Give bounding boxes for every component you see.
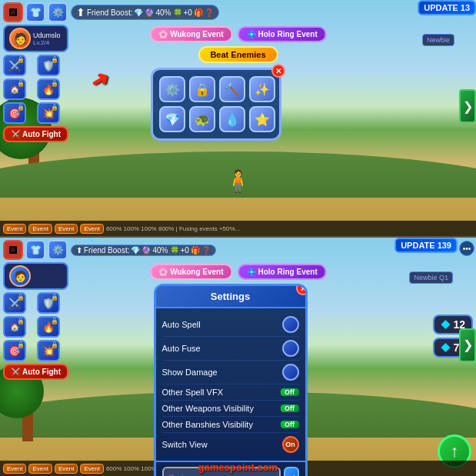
holo-ring-event-btn-bottom[interactable]: 💠 Holo Ring Event: [238, 264, 327, 280]
hud-top-bar: 🅰 👕 ⚙️ ⬆ Friend Boost: 💎 🔮 40% 🍀 +0 🎁 ❓ …: [0, 0, 476, 25]
info-text: 600% 100% 100% 800% | Fusing events +50%…: [106, 225, 240, 232]
wukong-icon-b: 🌸: [158, 268, 168, 276]
action-btn-5[interactable]: 🎯🔒: [3, 102, 26, 124]
lock-icon-b1: 🔒: [17, 294, 25, 301]
event-badge-b3: Event: [55, 464, 78, 474]
shirt-icon-btn[interactable]: 👕: [25, 2, 45, 22]
update-badge-top[interactable]: UPDATE 13: [418, 0, 476, 15]
action-btn-3[interactable]: 🏠🔒: [3, 78, 26, 100]
settings-row-other-spell: Other Spell VFX Off: [162, 384, 299, 401]
gift-icon: 🎁: [194, 8, 203, 17]
newbie-badge-bottom: Newbie Q1: [409, 271, 453, 284]
popup-btn-gem[interactable]: 💎: [159, 106, 185, 132]
settings-title: Settings: [156, 286, 305, 308]
event-badge-3: Event: [55, 224, 78, 234]
action-grid: ⚔️🔒 🛡️🔒 🏠🔒 🔥🔒: [3, 55, 68, 100]
popup-btn-turtle[interactable]: 🐢: [189, 106, 215, 132]
gem-icon-b: 💎: [131, 246, 140, 255]
left-ui-bottom: 🧑 ⚔️🔒 🛡️🔒 🏠🔒 🔥🔒 🎯🔒 💥🔒 ⚔️ Auto Fight: [3, 262, 68, 380]
action-grid-b2: 🎯🔒 💥🔒: [3, 340, 68, 361]
action-grid-2: 🎯🔒 💥🔒: [3, 102, 68, 124]
popup-btn-star[interactable]: ⭐: [249, 106, 275, 132]
popup-btn-water[interactable]: 💧: [219, 106, 245, 132]
show-damage-toggle[interactable]: [282, 364, 299, 381]
action-btn-b5[interactable]: 🎯🔒: [3, 340, 26, 361]
wukong-label-b: Wukong Event: [170, 268, 223, 276]
left-ui-top: 🧑 Udumslo Lv.2/4 ⚔️🔒 🛡️🔒 🏠🔒 🔥🔒 🎯🔒 💥🔒 ⚔️ …: [3, 25, 68, 142]
question-icon: ❓: [205, 8, 214, 17]
action-btn-6[interactable]: 💥🔒: [37, 102, 60, 124]
lock-icon-4: 🔒: [51, 80, 58, 87]
boost-arrow-icon: ⬆: [76, 6, 85, 18]
boost-gem-icon: 🔮: [145, 8, 154, 17]
switch-view-label: Switch View: [162, 440, 208, 449]
beat-enemies-btn-top[interactable]: Beat Enemies: [198, 46, 278, 63]
watermark-text: gamespoint.com: [198, 461, 278, 473]
settings-row-other-weapons: Other Weapons Visibility Off: [162, 401, 299, 417]
wukong-event-btn-bottom[interactable]: 🌸 Wukong Event: [149, 264, 232, 280]
settings-popup: Settings ✕ Auto Spell Auto Fuse Show Dam…: [154, 284, 308, 476]
wukong-event-btn-top[interactable]: 🌸 Wukong Event: [149, 26, 232, 42]
popup-btn-hammer[interactable]: 🔨: [219, 76, 245, 102]
auto-fight-icon: ⚔️: [11, 130, 20, 138]
boost-plus: +0: [184, 8, 192, 17]
avatar-bottom: 🧑: [9, 265, 31, 287]
auto-fight-label: Auto Fight: [22, 130, 61, 138]
holo-ring-event-btn-top[interactable]: 💠 Holo Ring Event: [238, 26, 327, 42]
action-btn-2[interactable]: 🛡️🔒: [37, 55, 60, 76]
popup-btn-gear[interactable]: ⚙️: [159, 76, 185, 102]
action-btn-b6[interactable]: 💥🔒: [37, 340, 60, 361]
hud-left-icons-bottom: 🅰 👕 ⚙️: [3, 240, 68, 260]
scroll-right-top[interactable]: ❯: [459, 89, 476, 123]
other-spell-toggle[interactable]: Off: [281, 388, 299, 396]
settings-row-auto-spell: Auto Spell: [162, 313, 299, 337]
action-btn-1[interactable]: ⚔️🔒: [3, 55, 26, 76]
friend-boost-label-b: Friend Boost:: [84, 246, 129, 255]
auto-fight-btn-bottom[interactable]: ⚔️ Auto Fight: [3, 364, 68, 380]
settings-row-show-damage: Show Damage: [162, 361, 299, 384]
other-spell-label: Other Spell VFX: [162, 388, 223, 397]
holo-icon-b: 💠: [247, 268, 256, 276]
code-submit-btn[interactable]: ↩: [284, 467, 299, 476]
bottom-half: 🅰 👕 ⚙️ ⬆ Friend Boost: 💎 🔮 40% 🍀 +0 🎁 ❓ …: [0, 238, 476, 476]
other-banshies-toggle[interactable]: Off: [281, 421, 299, 428]
lock-icon-b4: 🔒: [51, 318, 58, 325]
friend-boost-bar: ⬆ Friend Boost: 💎 🔮 40% 🍀 +0 🎁 ❓: [71, 5, 219, 20]
event-badge-b2: Event: [28, 464, 52, 474]
avatar: 🧑: [9, 28, 31, 49]
gear-icon-btn[interactable]: ⚙️: [48, 2, 68, 22]
event-badge-4: Event: [80, 224, 103, 234]
auto-spell-toggle[interactable]: [282, 316, 299, 333]
shirt-icon-btn-bottom[interactable]: 👕: [25, 240, 45, 260]
auto-fuse-toggle[interactable]: [282, 340, 299, 357]
more-options-btn[interactable]: •••: [459, 241, 474, 256]
roblox-icon-btn[interactable]: 🅰: [3, 2, 23, 22]
switch-view-toggle[interactable]: On: [282, 436, 299, 453]
action-btn-b2[interactable]: 🛡️🔒: [37, 292, 60, 314]
popup-close-btn-top[interactable]: ✕: [271, 64, 285, 78]
boost-arrow-icon-b: ⬆: [76, 246, 82, 255]
wukong-icon: 🌸: [158, 30, 168, 38]
action-btn-b4[interactable]: 🔥🔒: [37, 316, 60, 338]
settings-row-switch-view: Switch View On: [162, 433, 299, 456]
lock-icon-2: 🔒: [51, 56, 58, 63]
roblox-icon-btn-bottom[interactable]: 🅰: [3, 240, 23, 260]
game-container: 🧍 🅰 👕 ⚙️ ⬆ Friend Boost: 💎 🔮 40% 🍀 +0 🎁 …: [0, 0, 476, 476]
beat-enemies-label: Beat Enemies: [210, 50, 265, 59]
settings-row-other-banshies: Other Banshies Visibility Off: [162, 417, 299, 433]
lock-icon-3: 🔒: [17, 80, 25, 87]
action-btn-4[interactable]: 🔥🔒: [37, 78, 60, 100]
other-weapons-toggle[interactable]: Off: [281, 404, 299, 412]
action-btn-b3[interactable]: 🏠🔒: [3, 316, 26, 338]
gear-icon-btn-bottom[interactable]: ⚙️: [48, 240, 68, 260]
event-bar-bottom: 🌸 Wukong Event 💠 Holo Ring Event: [149, 264, 327, 280]
lock-icon-b2: 🔒: [51, 294, 58, 301]
popup-btn-magic[interactable]: ✨: [249, 76, 275, 102]
auto-spell-label: Auto Spell: [162, 320, 201, 329]
auto-fight-btn-top[interactable]: ⚔️ Auto Fight: [3, 126, 68, 142]
auto-fuse-label: Auto Fuse: [162, 344, 201, 353]
action-btn-b1[interactable]: ⚔️🔒: [3, 292, 26, 314]
scroll-right-bottom[interactable]: ❯: [459, 328, 476, 362]
popup-btn-lock1[interactable]: 🔒: [189, 76, 215, 102]
update-badge-bottom[interactable]: UPDATE 139: [394, 238, 458, 253]
